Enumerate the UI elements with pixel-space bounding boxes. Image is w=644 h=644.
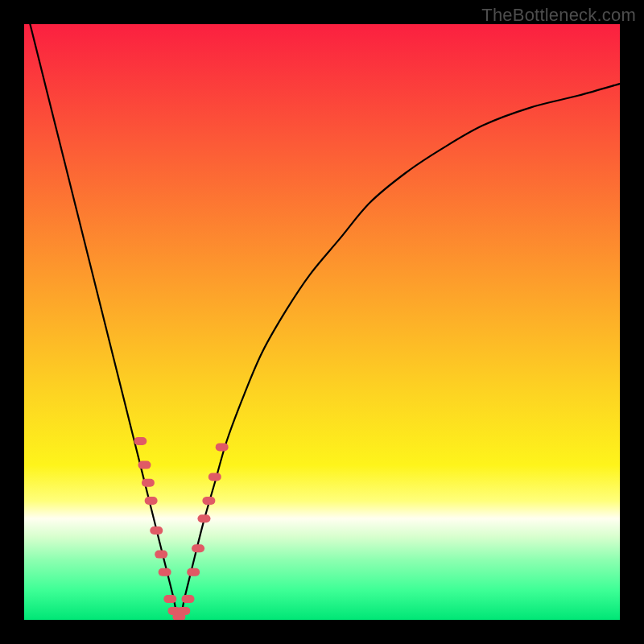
data-marker <box>142 479 155 487</box>
data-marker <box>150 526 163 535</box>
data-marker <box>138 461 151 469</box>
watermark-text: TheBottleneck.com <box>481 5 636 26</box>
data-marker <box>197 514 210 522</box>
chart-frame: TheBottleneck.com <box>0 0 644 644</box>
data-marker <box>202 497 215 505</box>
data-marker <box>177 607 190 615</box>
data-marker <box>145 497 158 505</box>
data-marker <box>134 437 147 445</box>
data-marker <box>216 443 229 451</box>
data-marker <box>182 595 195 603</box>
data-markers <box>24 24 620 620</box>
data-marker <box>187 568 200 576</box>
data-marker <box>163 595 176 603</box>
data-marker <box>159 568 171 576</box>
plot-area <box>24 24 620 620</box>
data-marker <box>155 551 167 559</box>
data-marker <box>192 544 204 552</box>
data-marker <box>208 473 221 481</box>
